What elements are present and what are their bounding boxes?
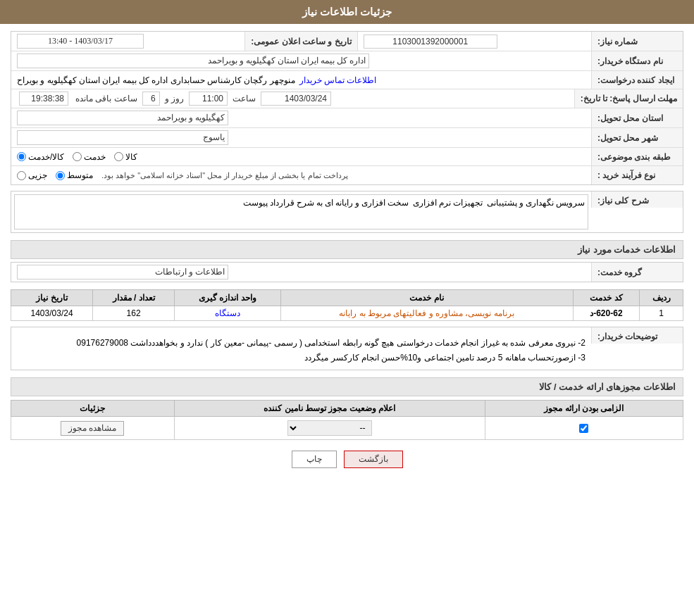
purchase-type-jozi-radio[interactable] [17,171,26,180]
view-permit-button[interactable]: مشاهده مجوز [61,421,124,436]
remaining-label: ساعت باقی مانده [75,94,137,103]
category-kala-khedmat-option[interactable]: کالا/خدمت [17,152,64,162]
col-header-unit: واحد اندازه گیری [175,290,280,306]
announce-datetime-input[interactable] [17,34,144,49]
buyer-org-label: نام دستگاه خریدار: [591,51,683,70]
bottom-buttons: بازگشت چاپ [11,440,683,479]
content-area: شماره نیاز: تاریخ و ساعت اعلان عمومی: نا… [0,24,694,486]
table-row: 1 620-62-د برنامه نویسی، مشاوره و فعالیت… [11,306,683,321]
perm-col-details: جزئیات [11,401,175,417]
purchase-type-row: نوع فرآیند خرید : پرداخت تمام یا بخشی از… [11,166,683,184]
need-number-label: شماره نیاز: [591,32,683,51]
cell-date: 1403/03/24 [11,306,93,321]
service-desc-value: سرویس نگهداری و پشتیبانی تجهیزات نرم افز… [11,191,591,232]
deadline-label: مهلت ارسال پاسخ: تا تاریخ: [574,89,683,108]
buyer-desc-lines: 2- نیروی معرفی شده به غیراز انجام خدمات … [17,336,585,366]
col-header-rownum: ردیف [640,290,683,306]
category-kala-option[interactable]: کالا [114,152,137,162]
deadline-days-input[interactable] [142,92,160,106]
page-title: جزئیات اطلاعات نیاز [302,6,392,18]
buyer-desc-value: 2- نیروی معرفی شده به غیراز انجام خدمات … [11,327,591,370]
cell-rownum: 1 [640,306,683,321]
print-button[interactable]: چاپ [292,451,337,468]
perm-col-status: اعلام وضعیت مجوز توسط نامین کننده [174,401,485,417]
category-kala-radio[interactable] [114,152,123,161]
permissions-section: الزامی بودن ارائه مجوز اعلام وضعیت مجوز … [11,400,683,440]
main-info-section: شماره نیاز: تاریخ و ساعت اعلان عمومی: نا… [11,31,683,185]
announce-datetime-label: تاریخ و ساعت اعلان عمومی: [244,32,357,51]
category-kala-label: کالا [125,152,137,162]
perm-required-checkbox[interactable] [579,424,588,433]
category-label: طبقه بندی موضوعی: [591,148,683,165]
perm-status-select[interactable]: -- [287,420,372,436]
service-desc-textarea[interactable]: سرویس نگهداری و پشتیبانی تجهیزات نرم افز… [14,194,588,230]
permissions-title: اطلاعات مجوزهای ارائه خدمت / کالا [11,377,683,396]
creator-label: ایجاد کننده درخواست: [591,71,683,89]
service-desc-section: شرح کلی نیاز: سرویس نگهداری و پشتیبانی ت… [11,191,683,233]
services-table-section: ردیف کد خدمت نام خدمت واحد اندازه گیری ت… [11,289,683,321]
city-value [11,128,591,147]
cell-unit: دستگاه [175,306,280,321]
service-group-value [11,263,591,282]
col-header-date: تاریخ نیاز [11,290,93,306]
service-group-row: گروه خدمت: [11,263,683,282]
col-header-service-name: نام خدمت [280,290,573,306]
purchase-type-label: نوع فرآیند خرید : [591,166,683,184]
buyer-org-value [11,51,591,70]
purchase-type-motavasset-radio[interactable] [56,171,65,180]
purchase-type-value: پرداخت تمام یا بخشی از مبلغ خریدار از مح… [11,166,591,184]
deadline-date-input[interactable] [261,92,331,106]
back-button[interactable]: بازگشت [344,451,403,468]
announce-datetime-value [11,32,244,51]
purchase-type-motavasset-label: متوسط [67,170,93,180]
service-desc-row: شرح کلی نیاز: سرویس نگهداری و پشتیبانی ت… [11,191,683,232]
category-kala-khedmat-label: کالا/خدمت [28,152,64,162]
buyer-desc-section: توضیحات خریدار: 2- نیروی معرفی شده به غی… [11,327,683,370]
need-number-input[interactable] [364,34,497,49]
city-label: شهر محل تحویل: [591,128,683,147]
creator-name: منوچهر رگچان کارشناس حسابداری اداره کل ب… [17,75,295,85]
category-khedmat-option[interactable]: خدمت [73,152,106,162]
buyer-desc-line: 3- ازصورتحساب ماهانه 5 درصد تامین اجتماع… [17,351,585,366]
col-header-quantity: تعداد / مقدار [93,290,175,306]
province-value [11,108,591,127]
creator-value: اطلاعات تماس خریدار منوچهر رگچان کارشناس… [11,71,591,89]
category-khedmat-label: خدمت [84,152,106,162]
category-kala-khedmat-radio[interactable] [17,152,26,161]
remaining-time-input[interactable] [19,92,68,106]
deadline-row: مهلت ارسال پاسخ: تا تاریخ: ساعت باقی مان… [11,89,683,108]
province-label: استان محل تحویل: [591,108,683,127]
service-group-section: گروه خدمت: [11,262,683,282]
perm-details-cell: مشاهده مجوز [11,417,175,440]
category-khedmat-radio[interactable] [73,152,82,161]
province-input[interactable] [17,111,228,125]
service-group-input[interactable] [17,265,228,279]
creator-row: ایجاد کننده درخواست: اطلاعات تماس خریدار… [11,71,683,89]
city-input[interactable] [17,130,228,145]
col-header-service-code: کد خدمت [573,290,639,306]
service-desc-label: شرح کلی نیاز: [591,191,683,208]
creator-contact-link[interactable]: اطلاعات تماس خریدار [299,75,377,85]
cell-service-name: برنامه نویسی، مشاوره و فعالیتهای مربوط ب… [280,306,573,321]
services-table-header-row: ردیف کد خدمت نام خدمت واحد اندازه گیری ت… [11,290,683,306]
purchase-type-jozi[interactable]: جزیی [17,170,47,180]
buyer-desc-row: توضیحات خریدار: 2- نیروی معرفی شده به غی… [11,327,683,370]
buyer-desc-line: 2- نیروی معرفی شده به غیراز انجام خدمات … [17,336,585,351]
buyer-org-input[interactable] [17,54,369,68]
services-table: ردیف کد خدمت نام خدمت واحد اندازه گیری ت… [11,289,683,321]
deadline-time-input[interactable] [189,92,228,106]
need-number-value [358,32,591,51]
purchase-type-note: پرداخت تمام یا بخشی از مبلغ خریدار از مح… [101,171,348,180]
purchase-type-motavasset[interactable]: متوسط [56,170,93,180]
buyer-desc-label: توضیحات خریدار: [591,327,683,344]
perm-col-required: الزامی بودن ارائه مجوز [485,401,683,417]
permissions-table: الزامی بودن ارائه مجوز اعلام وضعیت مجوز … [11,400,683,440]
remaining-time [19,92,68,106]
province-row: استان محل تحویل: [11,108,683,128]
buyer-org-row: نام دستگاه خریدار: [11,51,683,71]
perm-header-row: الزامی بودن ارائه مجوز اعلام وضعیت مجوز … [11,401,683,417]
perm-status-cell: -- [174,417,485,440]
category-value: کالا خدمت کالا/خدمت [11,148,591,165]
category-row: طبقه بندی موضوعی: کالا خدمت کالا/خدمت [11,148,683,166]
cell-quantity: 162 [93,306,175,321]
